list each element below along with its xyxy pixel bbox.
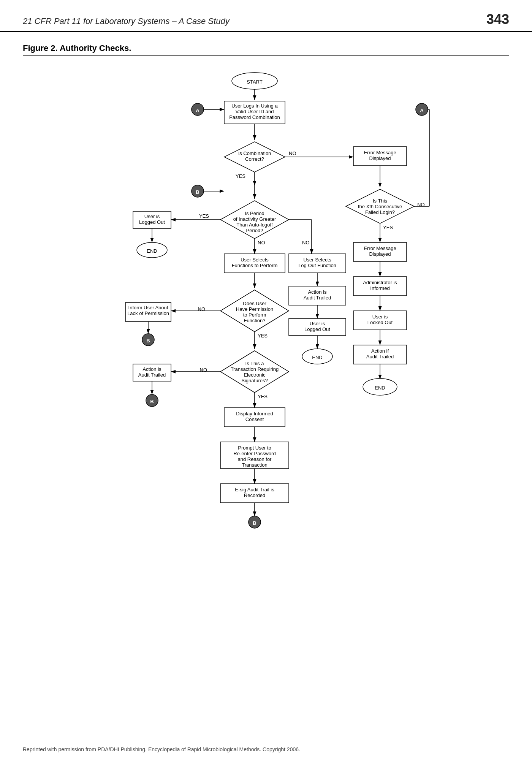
esig-audit-line2: Recorded [244,492,265,498]
error-msg-2-line1: Error Message [364,245,396,251]
combination-line1: Is Combination [238,150,271,156]
footer: Reprinted with permission from PDA/DHI P… [23,746,300,752]
period-line2: of Inactivity Greater [233,216,276,222]
admin-informed-line2: Informed [370,285,390,291]
action-audit-3-line1: Action if [371,348,389,354]
period-line3: Than Auto-logoff [236,222,273,228]
flowchart-svg: text { font-family: Arial, sans-serif; f… [23,60,509,687]
connector-b-bottom-left-label: B [146,338,150,344]
user-locked-line1: User is [372,314,388,320]
combination-no-label: NO [289,150,296,156]
display-consent-line2: Consent [245,416,264,422]
end-2-label: END [312,355,322,360]
error-msg-1-line2: Displayed [369,155,391,161]
action-audit-2-line2: Audit Trailed [138,372,166,378]
permission-line2: Have Permission [236,306,273,312]
connector-b-bottom-label: B [253,520,256,526]
connector-a-top-label: A [196,108,200,113]
end-3-label: END [375,385,385,391]
transaction-line2: Transaction Requiring [231,366,279,372]
user-logged-out-2-line1: User is [310,321,325,326]
esig-audit-line1: E-sig Audit Trail is [235,487,274,492]
start-label: START [247,79,262,85]
user-logged-out-1-line2: Logged Out [139,219,165,225]
transaction-line4: Signatures? [241,378,268,383]
prompt-user-line1: Prompt User to [238,445,271,451]
admin-informed-line1: Administrator is [363,280,397,285]
action-audit-1-line2: Audit Trailed [304,295,331,301]
flowchart-container: text { font-family: Arial, sans-serif; f… [23,60,509,689]
combo-yes-label: YES [236,173,245,179]
error-msg-2-line2: Displayed [369,251,391,257]
logout-no-label: NO [302,240,310,245]
page-number: 343 [486,11,509,27]
action-audit-1-line1: Action is [308,289,327,295]
permission-line1: Does User [243,301,266,306]
xth-line3: Failed Login? [365,209,395,215]
permission-yes-label: YES [258,333,268,339]
page-title: 21 CFR Part 11 for Laboratory Systems – … [23,16,230,26]
inform-user-line2: Lack of Permission [127,310,169,316]
action-audit-3-line2: Audit Trailed [366,354,394,359]
transaction-line1: Is This a [245,361,264,366]
display-consent-line1: Display Informed [236,411,273,416]
period-line4: Period? [246,228,263,233]
period-yes-label: YES [199,213,209,219]
xth-line2: the Xth Consecutive [358,204,402,209]
inform-user-line1: Inform User About [128,305,168,310]
user-locked-line2: Locked Out [367,320,393,325]
action-audit-2-line1: Action is [142,366,162,372]
combination-line2: Correct? [245,156,264,162]
user-logs-in-line2: Valid User ID and [236,109,274,114]
connector-a-right-label: A [420,108,424,113]
user-selects-logout-line1: User Selects [303,257,331,263]
end-1-label: END [147,248,157,254]
transaction-yes-label: YES [258,394,268,399]
period-line1: Is Period [245,211,264,216]
page-header: 21 CFR Part 11 for Laboratory Systems – … [0,0,532,32]
user-logged-out-2-line2: Logged Out [304,326,330,332]
error-msg-1-line1: Error Message [364,150,396,155]
connector-b-bottom-left2-label: B [150,399,154,404]
user-selects-logout-line2: Log Out Function [298,263,336,268]
connector-b-left-label: B [196,189,199,195]
xth-line1: Is This [373,198,388,204]
xth-yes-label: YES [383,225,393,230]
user-selects-functions-line2: Functions to Perform [232,263,278,268]
user-logs-in-line1: User Logs In Using a [231,103,278,109]
figure-title: Figure 2. Authority Checks. [23,43,509,56]
user-logged-out-1-line1: User is [144,214,160,219]
prompt-user-line2: Re-enter Password [233,451,276,456]
permission-line3: to Perform [243,312,266,318]
user-logs-in-line3: Password Combination [229,114,280,120]
permission-line4: Function? [244,318,265,323]
main-content: Figure 2. Authority Checks. text { font-… [0,32,532,704]
prompt-user-line4: Transaction [242,462,267,468]
user-selects-functions-line1: User Selects [241,257,269,263]
prompt-user-line3: and Reason for [238,456,272,462]
transaction-line3: Electronic [244,372,266,378]
period-no-label: NO [258,240,265,245]
